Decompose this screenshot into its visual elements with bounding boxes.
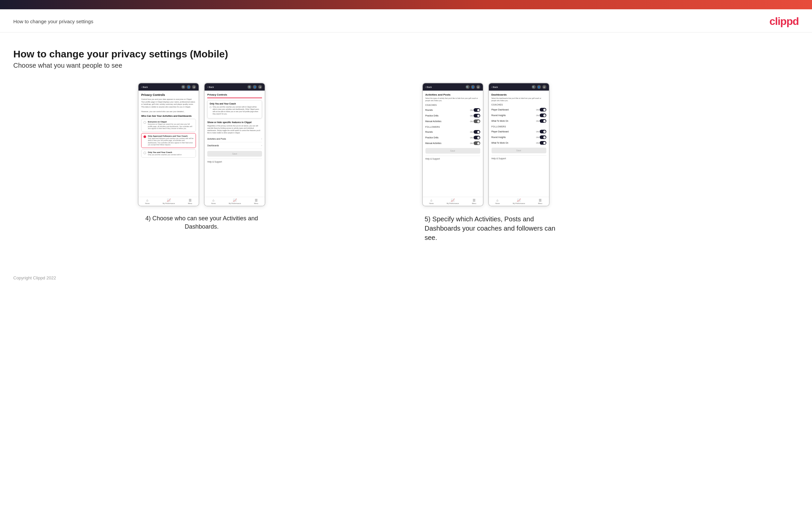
nav-performance-3[interactable]: 📈 My Performance bbox=[447, 199, 459, 205]
nav-performance-1[interactable]: 📈 My Performance bbox=[163, 199, 175, 205]
popup-radio: Only you and the coaches you connect wit… bbox=[210, 106, 260, 115]
header: How to change your privacy settings clip… bbox=[0, 9, 812, 33]
nav-icons-3: 🔍 👤 ⚙ bbox=[466, 85, 480, 89]
option-everyone[interactable]: Everyone on Clippd Everyone on Clippd ca… bbox=[141, 119, 196, 132]
save-button-2[interactable]: Save bbox=[207, 151, 262, 157]
settings-icon-2[interactable]: ⚙ bbox=[258, 85, 262, 89]
coaches-player-toggle[interactable]: ON bbox=[536, 108, 546, 111]
activities-posts-row[interactable]: Activities and Posts › bbox=[207, 136, 262, 143]
mockup-group-1: ‹ Back 🔍 👤 ⚙ Privacy Controls Control ho… bbox=[13, 82, 390, 231]
followers-practice-toggle[interactable]: ON bbox=[470, 136, 480, 139]
option-only-coach-content: Only You and Your Coach Only you and the… bbox=[148, 151, 182, 156]
option-approved-content: Only Approved Followers and Your Coach O… bbox=[148, 135, 194, 146]
logo: clippd bbox=[769, 15, 799, 27]
followers-rounds-toggle[interactable]: ON bbox=[470, 130, 480, 134]
search-icon[interactable]: 🔍 bbox=[181, 85, 185, 89]
coaches-label-4: COACHES bbox=[492, 104, 546, 106]
copyright: Copyright Clippd 2022 bbox=[13, 275, 56, 280]
phone-body-2: Privacy Controls Only You and Your Coach… bbox=[205, 91, 265, 197]
nav-menu-1[interactable]: ☰ Menu bbox=[188, 199, 192, 205]
search-icon-4[interactable]: 🔍 bbox=[532, 85, 536, 89]
screen1-desc2: However, you can control who can see you… bbox=[141, 111, 196, 113]
settings-icon[interactable]: ⚙ bbox=[192, 85, 196, 89]
followers-player-toggle[interactable]: ON bbox=[536, 130, 546, 133]
screen2-section-desc: Regardless of the privacy controls that … bbox=[207, 125, 262, 134]
nav-home-3[interactable]: ⌂ Home bbox=[429, 199, 434, 205]
profile-icon-4[interactable]: 👤 bbox=[537, 85, 541, 89]
search-icon-2[interactable]: 🔍 bbox=[247, 85, 251, 89]
phone-nav-4: ‹ Back 🔍 👤 ⚙ bbox=[489, 83, 549, 91]
nav-home-4[interactable]: ⌂ Home bbox=[495, 199, 500, 205]
save-button-3[interactable]: Save bbox=[425, 148, 480, 154]
back-button-2[interactable]: ‹ Back bbox=[207, 86, 214, 88]
phone-nav-3: ‹ Back 🔍 👤 ⚙ bbox=[423, 83, 483, 91]
coaches-rounds-row: Rounds ON bbox=[425, 107, 480, 113]
nav-icons-2: 🔍 👤 ⚙ bbox=[247, 85, 262, 89]
search-icon-3[interactable]: 🔍 bbox=[466, 85, 470, 89]
phone-screen-3: ‹ Back 🔍 👤 ⚙ Activities and Posts Select… bbox=[422, 82, 484, 206]
phone-screen-4: ‹ Back 🔍 👤 ⚙ Dashboards Select the dashb… bbox=[488, 82, 550, 206]
coaches-practice-row: Practice Drills ON bbox=[425, 113, 480, 118]
back-button-3[interactable]: ‹ Back bbox=[425, 86, 432, 88]
mockup-pair-2: ‹ Back 🔍 👤 ⚙ Activities and Posts Select… bbox=[422, 82, 550, 206]
mockup-pair-1: ‹ Back 🔍 👤 ⚙ Privacy Controls Control ho… bbox=[138, 82, 265, 206]
popup-box: Only You and Your Coach Only you and the… bbox=[207, 100, 262, 118]
nav-home-2[interactable]: ⌂ Home bbox=[211, 199, 215, 205]
phone-bottom-nav-1: ⌂ Home 📈 My Performance ☰ Menu bbox=[139, 197, 199, 206]
screen4-desc: Select the dashboards that you'd like to… bbox=[492, 97, 546, 102]
popup-title: Only You and Your Coach bbox=[210, 103, 260, 105]
save-button-4[interactable]: Save bbox=[492, 148, 546, 153]
screen3-title: Activities and Posts bbox=[425, 93, 480, 96]
coaches-insights-row: Round Insights ON bbox=[492, 112, 546, 118]
nav-performance-2[interactable]: 📈 My Performance bbox=[229, 199, 241, 205]
phone-body-1: Privacy Controls Control how you and you… bbox=[139, 91, 199, 197]
dashboards-row[interactable]: Dashboards › bbox=[207, 143, 262, 149]
screen3-desc: Select the types of activity that you'd … bbox=[425, 97, 480, 102]
coaches-practice-toggle[interactable]: ON bbox=[470, 114, 480, 117]
main-content: How to change your privacy settings (Mob… bbox=[0, 33, 812, 256]
profile-icon-2[interactable]: 👤 bbox=[253, 85, 257, 89]
followers-workon-toggle[interactable]: ON bbox=[536, 141, 546, 145]
phone-bottom-nav-4: ⌂ Home 📈 My Performance ☰ Menu bbox=[489, 197, 549, 206]
profile-icon[interactable]: 👤 bbox=[187, 85, 191, 89]
privacy-controls-tab[interactable]: Privacy Controls bbox=[207, 93, 262, 98]
option-everyone-content: Everyone on Clippd Everyone on Clippd ca… bbox=[148, 121, 194, 130]
help-support-3: Help & Support bbox=[425, 156, 480, 160]
screen1-desc: Control how you and your data appears to… bbox=[141, 98, 196, 109]
option-approved[interactable]: Only Approved Followers and Your Coach O… bbox=[141, 133, 196, 148]
followers-manual-row: Manual Activities ON bbox=[425, 140, 480, 146]
nav-home-1[interactable]: ⌂ Home bbox=[145, 199, 149, 205]
screen1-title: Privacy Controls bbox=[141, 93, 196, 97]
coaches-workon-toggle[interactable]: ON bbox=[536, 119, 546, 123]
coaches-rounds-toggle[interactable]: ON bbox=[470, 108, 480, 112]
radio-everyone[interactable] bbox=[144, 121, 146, 124]
phone-nav-1: ‹ Back 🔍 👤 ⚙ bbox=[139, 83, 199, 91]
radio-approved[interactable] bbox=[144, 135, 146, 138]
settings-icon-4[interactable]: ⚙ bbox=[542, 85, 546, 89]
settings-icon-3[interactable]: ⚙ bbox=[476, 85, 480, 89]
nav-menu-4[interactable]: ☰ Menu bbox=[538, 199, 542, 205]
coaches-manual-row: Manual Activities ON bbox=[425, 118, 480, 124]
page-subheading: Choose what you want people to see bbox=[13, 62, 799, 69]
back-button-4[interactable]: ‹ Back bbox=[492, 86, 498, 88]
followers-manual-toggle[interactable]: ON bbox=[470, 142, 480, 145]
followers-insights-toggle[interactable]: ON bbox=[536, 135, 546, 139]
page-heading: How to change your privacy settings (Mob… bbox=[13, 48, 799, 60]
phone-body-3: Activities and Posts Select the types of… bbox=[423, 91, 483, 197]
phone-bottom-nav-3: ⌂ Home 📈 My Performance ☰ Menu bbox=[423, 197, 483, 206]
back-button-1[interactable]: ‹ Back bbox=[141, 86, 148, 88]
screen2-section-title: Show or hide specific features in Clippd bbox=[207, 121, 262, 123]
nav-icons-4: 🔍 👤 ⚙ bbox=[532, 85, 546, 89]
help-support-2: Help & Support bbox=[207, 159, 262, 163]
phone-screen-2: ‹ Back 🔍 👤 ⚙ Privacy Controls Only You a… bbox=[204, 82, 265, 206]
radio-only-coach[interactable] bbox=[144, 152, 146, 154]
phone-bottom-nav-2: ⌂ Home 📈 My Performance ☰ Menu bbox=[205, 197, 265, 206]
option-only-coach[interactable]: Only You and Your Coach Only you and the… bbox=[141, 149, 196, 158]
nav-performance-4[interactable]: 📈 My Performance bbox=[513, 199, 525, 205]
profile-icon-3[interactable]: 👤 bbox=[471, 85, 475, 89]
followers-practice-row: Practice Drills ON bbox=[425, 135, 480, 140]
coaches-manual-toggle[interactable]: ON bbox=[470, 119, 480, 123]
coaches-insights-toggle[interactable]: ON bbox=[536, 113, 546, 117]
nav-menu-3[interactable]: ☰ Menu bbox=[472, 199, 476, 205]
nav-menu-2[interactable]: ☰ Menu bbox=[254, 199, 258, 205]
